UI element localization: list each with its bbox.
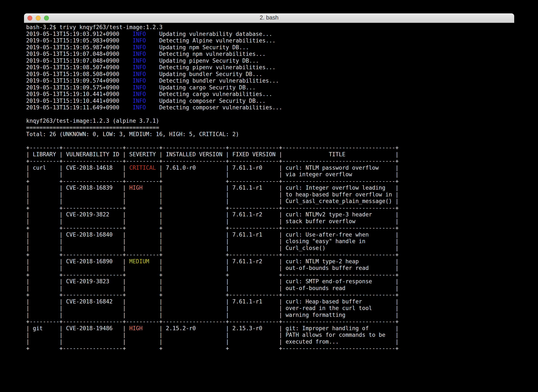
terminal-line: | | CVE-2019-3822 | | | 7.61.1-r2 | curl… (26, 211, 514, 218)
terminal-line: bash-3.2$ trivy knqyf263/test-image:1.2.… (26, 24, 514, 31)
terminal-window: 2. bash bash-3.2$ trivy knqyf263/test-im… (24, 13, 514, 392)
terminal-line: | | | | | | over-read in the curl tool | (26, 305, 514, 312)
terminal-line: + +------------------+----------+ +-----… (26, 178, 514, 185)
terminal-line: 2019-05-13T15:19:09.575+0900 INFO Updati… (26, 84, 514, 91)
minimize-button[interactable] (36, 15, 41, 20)
terminal-line: 2019-05-13T15:19:10.441+0900 INFO Detect… (26, 91, 514, 98)
terminal-line: + +------------------+----------+ +-----… (26, 252, 514, 258)
traffic-lights (27, 15, 49, 20)
terminal-line: 2019-05-13T15:19:08.507+0900 INFO Detect… (26, 64, 514, 71)
terminal-line: | | | | | | to heap-based buffer overflo… (26, 191, 514, 198)
desktop-background: 2. bash bash-3.2$ trivy knqyf263/test-im… (0, 0, 538, 392)
terminal-line: knqyf263/test-image:1.2.3 (alpine 3.7.1) (26, 118, 514, 124)
terminal-line: + +------------------+ + +--------------… (26, 292, 514, 298)
terminal-line: 2019-05-13T15:19:07.048+0900 INFO Updati… (26, 58, 514, 64)
terminal-line: | | CVE-2018-16890 | MEDIUM | | 7.61.1-r… (26, 258, 514, 265)
terminal-line: | curl | CVE-2018-14618 | CRITICAL | 7.6… (26, 165, 514, 171)
title-bar[interactable]: 2. bash (24, 13, 514, 23)
terminal-output[interactable]: bash-3.2$ trivy knqyf263/test-image:1.2.… (24, 23, 514, 352)
terminal-line: 2019-05-13T15:19:10.441+0900 INFO Updati… (26, 98, 514, 104)
terminal-line: | | | | | | out-of-bounds read | (26, 285, 514, 292)
terminal-line: + +------------------+ + + +------------… (26, 345, 514, 352)
terminal-line: +---------+------------------+----------… (26, 158, 514, 165)
terminal-line: Total: 26 (UNKNOWN: 0, LOW: 3, MEDIUM: 1… (26, 131, 514, 138)
terminal-line: ======================================== (26, 124, 514, 131)
terminal-line: 2019-05-13T15:19:07.048+0900 INFO Detect… (26, 51, 514, 58)
terminal-line (26, 138, 514, 145)
terminal-line: | | | | | | Curl_close() | (26, 245, 514, 252)
terminal-line: | | | | | | PATH allows for commands to … (26, 332, 514, 338)
terminal-line: 2019-05-13T15:19:05.987+0900 INFO Updati… (26, 44, 514, 51)
terminal-line: | | | | | | warning formatting | (26, 312, 514, 318)
terminal-line: | | | | | | via integer overflow | (26, 171, 514, 178)
window-title: 2. bash (24, 13, 514, 22)
zoom-button[interactable] (44, 15, 49, 20)
terminal-line: | | | | | | Curl_sasl_create_plain_messa… (26, 198, 514, 205)
terminal-line: | | | | | | stack buffer overflow | (26, 218, 514, 225)
terminal-line: 2019-05-13T15:19:03.912+0900 INFO Updati… (26, 31, 514, 37)
terminal-line: | | CVE-2019-3823 | | | | curl: SMTP end… (26, 278, 514, 285)
terminal-line: | git | CVE-2018-19486 | HIGH | 2.15.2-r… (26, 325, 514, 332)
terminal-line: + +------------------+ + +--------------… (26, 205, 514, 211)
terminal-line: +---------+------------------+----------… (26, 145, 514, 151)
terminal-line: + +------------------+ + + +------------… (26, 272, 514, 278)
terminal-line: | | CVE-2018-16842 | | | 7.61.1-r1 | cur… (26, 298, 514, 305)
terminal-line: + +------------------+ + +--------------… (26, 225, 514, 231)
terminal-line: | | | | | | closing "easy" handle in | (26, 238, 514, 245)
terminal-line: 2019-05-13T15:19:11.649+0900 INFO Detect… (26, 104, 514, 111)
terminal-line: +---------+------------------+----------… (26, 318, 514, 325)
terminal-line (26, 111, 514, 118)
terminal-line: 2019-05-13T15:19:08.508+0900 INFO Updati… (26, 71, 514, 78)
terminal-line: | LIBRARY | VULNERABILITY ID | SEVERITY … (26, 151, 514, 158)
terminal-line: 2019-05-13T15:19:05.983+0900 INFO Detect… (26, 37, 514, 44)
terminal-line: | | | | | | executed from... | (26, 338, 514, 345)
terminal-line: | | | | | | out-of-bounds buffer read | (26, 265, 514, 272)
terminal-line: | | CVE-2018-16839 | HIGH | | 7.61.1-r1 … (26, 185, 514, 191)
terminal-line: | | CVE-2018-16840 | | | 7.61.1-r1 | cur… (26, 231, 514, 238)
terminal-line: 2019-05-13T15:19:09.574+0900 INFO Detect… (26, 78, 514, 84)
close-button[interactable] (27, 15, 32, 20)
